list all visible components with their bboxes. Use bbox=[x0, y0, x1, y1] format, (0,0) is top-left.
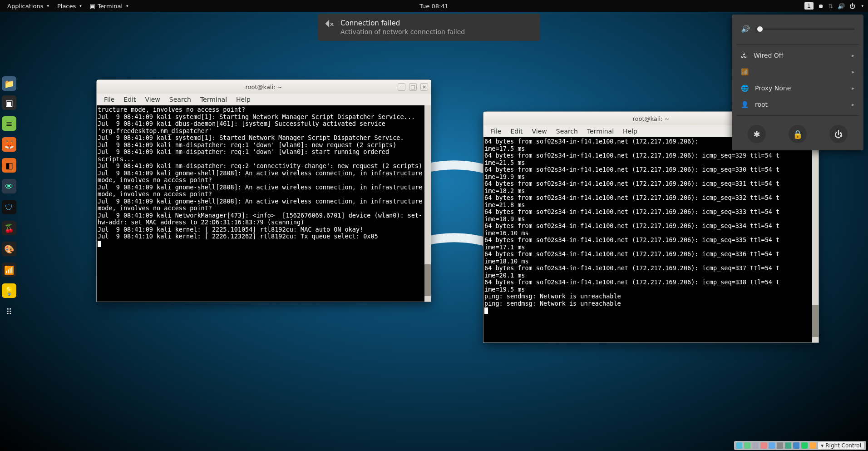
tray-icon[interactable] bbox=[769, 442, 775, 449]
wifi-network-row[interactable]: 📶 ▸ bbox=[736, 64, 859, 80]
network-icon[interactable]: ⇅ bbox=[829, 3, 833, 10]
minimize-button[interactable]: − bbox=[398, 83, 405, 91]
dock-orange-app[interactable]: ◧ bbox=[2, 158, 16, 173]
maximize-button[interactable]: □ bbox=[409, 83, 417, 91]
tray-icon[interactable] bbox=[793, 442, 799, 449]
menu-view[interactable]: View bbox=[528, 126, 552, 136]
host-key-label: Right Control bbox=[825, 442, 861, 449]
menu-view[interactable]: View bbox=[141, 94, 165, 104]
speaker-icon: 🔊 bbox=[741, 25, 750, 33]
places-menu[interactable]: Places▾ bbox=[54, 1, 85, 11]
window-title: root@kali: ~ bbox=[246, 84, 282, 90]
top-panel: Applications▾ Places▾ ▣ Terminal▾ Tue 08… bbox=[0, 0, 868, 12]
dock-firefox[interactable]: 🦊 bbox=[2, 137, 16, 152]
tray-icon[interactable] bbox=[760, 442, 767, 449]
keyboard-indicator[interactable]: 1 bbox=[804, 2, 814, 10]
notification-banner[interactable]: Connection failed Activation of network … bbox=[318, 14, 540, 41]
terminal-body[interactable]: tructure mode, involves no access point?… bbox=[97, 105, 431, 302]
dock-colorwheel[interactable]: 🎨 bbox=[2, 242, 16, 256]
dock-wifi-tool[interactable]: 📶 bbox=[2, 263, 16, 277]
dock-files[interactable]: 📁 bbox=[2, 76, 16, 91]
menu-search[interactable]: Search bbox=[552, 126, 582, 136]
user-row[interactable]: 👤 root ▸ bbox=[736, 96, 859, 113]
volume-slider[interactable] bbox=[755, 29, 854, 30]
proxy-row[interactable]: 🌐 Proxy None ▸ bbox=[736, 80, 859, 96]
close-button[interactable]: × bbox=[420, 83, 428, 91]
cursor bbox=[484, 307, 488, 314]
chevron-down-icon: ▾ bbox=[821, 442, 824, 449]
system-menu-popup: 🔊 🖧 Wired Off ▸ 📶 ▸ 🌐 Proxy None ▸ 👤 roo… bbox=[732, 15, 863, 150]
menu-terminal[interactable]: Terminal bbox=[582, 126, 618, 136]
window-title: root@kali: ~ bbox=[633, 115, 670, 122]
clock[interactable]: Tue 08:41 bbox=[416, 1, 452, 11]
power-button[interactable]: ⏻ bbox=[829, 125, 848, 143]
clock-label: Tue 08:41 bbox=[419, 3, 449, 10]
dock-terminal[interactable]: ▣ bbox=[2, 95, 16, 110]
record-icon[interactable]: ⏺ bbox=[818, 3, 824, 10]
titlebar[interactable]: root@kali: ~ − □ × bbox=[97, 80, 431, 94]
menu-file[interactable]: File bbox=[99, 94, 119, 104]
terminal-menu-toggle[interactable]: ▣ Terminal▾ bbox=[86, 1, 132, 11]
terminal-body[interactable]: 64 bytes from sof02s34-in-f14.1e100.net … bbox=[483, 137, 819, 342]
notification-message: Activation of network connection failed bbox=[340, 28, 465, 35]
network-disconnected-icon bbox=[325, 19, 334, 28]
terminal-output: tructure mode, involves no access point?… bbox=[98, 106, 426, 240]
scrollbar[interactable] bbox=[812, 137, 819, 342]
applications-menu[interactable]: Applications▾ bbox=[4, 1, 53, 11]
volume-slider-row: 🔊 bbox=[736, 22, 859, 41]
dock-green-app[interactable]: ≡ bbox=[2, 116, 16, 131]
notification-title: Connection failed bbox=[340, 19, 465, 27]
tray-icon[interactable] bbox=[744, 442, 750, 449]
host-key-indicator[interactable]: ▾ Right Control bbox=[818, 441, 864, 450]
settings-button[interactable]: ✱ bbox=[748, 125, 766, 143]
menu-help[interactable]: Help bbox=[618, 126, 642, 136]
menu-help[interactable]: Help bbox=[232, 94, 255, 104]
tray-icon[interactable] bbox=[736, 442, 742, 449]
tray-icon[interactable] bbox=[801, 442, 808, 449]
wired-label: Wired Off bbox=[754, 52, 784, 59]
scrollbar-thumb[interactable] bbox=[812, 305, 819, 337]
wifi-icon: 📶 bbox=[741, 68, 749, 75]
chevron-right-icon: ▸ bbox=[852, 101, 854, 108]
terminal-output: 64 bytes from sof02s34-in-f14.1e100.net … bbox=[484, 138, 779, 307]
chevron-right-icon: ▸ bbox=[852, 69, 854, 75]
menu-terminal[interactable]: Terminal bbox=[196, 94, 232, 104]
menubar: File Edit View Search Terminal Help bbox=[97, 94, 431, 105]
dock-eye-app[interactable]: 👁 bbox=[2, 179, 16, 193]
cursor bbox=[98, 241, 101, 247]
scrollbar-thumb[interactable] bbox=[424, 264, 431, 296]
user-label: root bbox=[755, 101, 768, 108]
volume-icon[interactable]: 🔊 bbox=[838, 3, 845, 10]
wired-network-row[interactable]: 🖧 Wired Off ▸ bbox=[736, 47, 859, 64]
dock-bulb-app[interactable]: 💡 bbox=[2, 283, 16, 298]
lock-button[interactable]: 🔒 bbox=[789, 125, 807, 143]
proxy-icon: 🌐 bbox=[741, 84, 749, 92]
menu-edit[interactable]: Edit bbox=[119, 94, 140, 104]
dock-cherrytree[interactable]: 🍒 bbox=[2, 221, 16, 235]
chevron-right-icon: ▸ bbox=[852, 85, 854, 91]
tray-icon[interactable] bbox=[809, 442, 816, 449]
dock: 📁 ▣ ≡ 🦊 ◧ 👁 🛡 🍒 🎨 📶 💡 ⠿ bbox=[0, 95, 18, 319]
chevron-right-icon: ▸ bbox=[852, 52, 854, 59]
menu-search[interactable]: Search bbox=[165, 94, 196, 104]
proxy-label: Proxy None bbox=[755, 84, 791, 92]
dock-metasploit[interactable]: 🛡 bbox=[2, 200, 16, 214]
wired-icon: 🖧 bbox=[741, 52, 747, 59]
dock-show-apps[interactable]: ⠿ bbox=[2, 304, 16, 319]
applications-label: Applications bbox=[7, 3, 43, 10]
vbox-tray: ▾ Right Control bbox=[734, 441, 866, 450]
terminal-icon: ▣ bbox=[90, 3, 95, 10]
scrollbar[interactable] bbox=[424, 105, 431, 302]
tray-icon[interactable] bbox=[785, 442, 791, 449]
tray-icon[interactable] bbox=[777, 442, 783, 449]
menu-edit[interactable]: Edit bbox=[506, 126, 527, 136]
places-label: Places bbox=[57, 3, 76, 10]
user-icon: 👤 bbox=[741, 101, 749, 108]
menu-file[interactable]: File bbox=[486, 126, 506, 136]
tray-icon[interactable] bbox=[752, 442, 759, 449]
power-icon[interactable]: ⏻ bbox=[849, 3, 855, 10]
system-menu-toggle[interactable]: ▾ bbox=[861, 4, 863, 8]
terminal-label: Terminal bbox=[98, 3, 123, 10]
terminal-window-1: root@kali: ~ − □ × File Edit View Search… bbox=[96, 79, 431, 302]
